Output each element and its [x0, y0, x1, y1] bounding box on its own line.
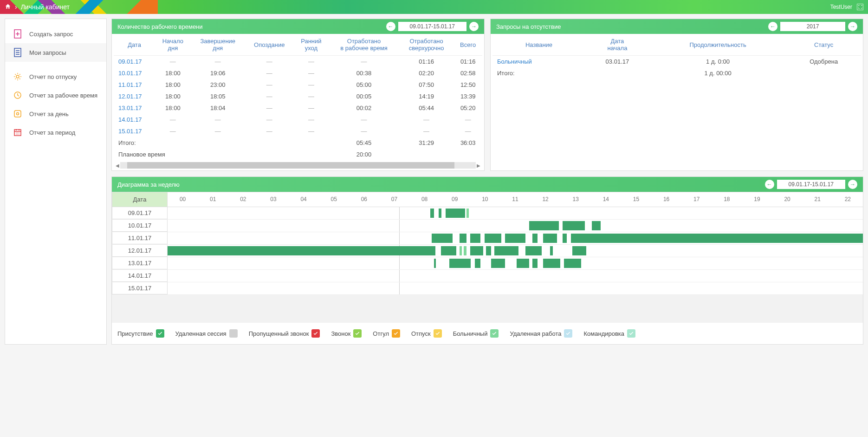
legend-item[interactable]: Отпуск: [411, 329, 442, 338]
table-row: 10.01.1718:0019:06——00:3802:2002:58: [114, 67, 482, 79]
gantt-bar[interactable]: [486, 246, 491, 255]
gantt-bar[interactable]: [494, 246, 518, 255]
gantt-bar[interactable]: [430, 209, 434, 218]
legend-swatch: [353, 329, 362, 338]
gantt-bar[interactable]: [517, 259, 529, 268]
legend-label: Удаленная работа: [510, 330, 561, 337]
date-link[interactable]: 09.01.17: [114, 56, 155, 68]
gantt-bar[interactable]: [592, 221, 601, 230]
gantt-bar[interactable]: [449, 259, 471, 268]
prev-week-button[interactable]: ←: [386, 22, 395, 31]
absence-link[interactable]: Больничный: [492, 56, 585, 68]
gantt-bar[interactable]: [529, 221, 559, 230]
legend-swatch: [311, 329, 320, 338]
hour-label: 05: [319, 192, 349, 207]
gantt-bar[interactable]: [432, 234, 453, 243]
gantt-bar[interactable]: [446, 209, 465, 218]
legend-item[interactable]: Командировка: [583, 329, 635, 338]
prev-year-button[interactable]: ←: [768, 22, 777, 31]
panel-title: Диаграмма за неделю: [117, 181, 180, 188]
gantt-bar[interactable]: [564, 259, 581, 268]
column-header: Отработанов рабочее время: [329, 34, 399, 56]
svg-point-2: [16, 75, 19, 78]
gantt-next-button[interactable]: →: [848, 180, 857, 189]
gantt-bar[interactable]: [532, 259, 537, 268]
gantt-bar[interactable]: [475, 259, 480, 268]
legend: ПрисутствиеУдаленная сессияПропущенный з…: [112, 323, 863, 344]
gantt-bar[interactable]: [470, 246, 483, 255]
legend-item[interactable]: Больничный: [453, 329, 499, 338]
table-row: 12.01.1718:0018:05——00:0514:1913:39: [114, 91, 482, 102]
legend-item[interactable]: Пропущенный звонок: [249, 329, 320, 338]
totals-label: Итого:: [492, 67, 585, 79]
next-year-button[interactable]: →: [848, 22, 857, 31]
legend-swatch: [229, 329, 238, 338]
gantt-range-field[interactable]: 09.01.17-15.01.17: [777, 180, 845, 189]
legend-item[interactable]: Удаленная работа: [510, 329, 572, 338]
gantt-bar[interactable]: [563, 221, 585, 230]
sidebar-item-my-requests[interactable]: Мои запросы: [5, 43, 106, 62]
year-field[interactable]: 2017: [780, 22, 845, 31]
hour-label: 14: [591, 192, 621, 207]
hour-label: 15: [621, 192, 651, 207]
hour-label: 09: [440, 192, 470, 207]
sidebar: Создать запрос Мои запросы Отчет по отпу…: [5, 19, 107, 345]
date-link[interactable]: 13.01.17: [114, 102, 155, 114]
gantt-row-date: 13.01.17: [112, 257, 168, 269]
date-link[interactable]: 12.01.17: [114, 91, 155, 102]
page-title: Личный кабинет: [21, 3, 70, 11]
svg-point-9: [19, 132, 19, 133]
gantt-bar[interactable]: [460, 234, 466, 243]
gantt-bar[interactable]: [491, 259, 505, 268]
gantt-bar[interactable]: [460, 246, 461, 255]
legend-swatch: [627, 329, 635, 338]
date-link[interactable]: 11.01.17: [114, 79, 155, 91]
gantt-bar[interactable]: [550, 246, 553, 255]
gantt-bar[interactable]: [485, 234, 501, 243]
gantt-bar[interactable]: [470, 234, 480, 243]
gantt-bar[interactable]: [168, 246, 435, 255]
fullscreen-icon[interactable]: ⛶: [857, 4, 863, 10]
home-icon[interactable]: [5, 3, 11, 11]
date-link[interactable]: 14.01.17: [114, 114, 155, 125]
gantt-bar[interactable]: [572, 246, 586, 255]
legend-item[interactable]: Отгул: [373, 329, 400, 338]
date-link[interactable]: 15.01.17: [114, 125, 155, 137]
gantt-bar[interactable]: [464, 246, 466, 255]
gantt-bar[interactable]: [505, 234, 526, 243]
legend-item[interactable]: Присутствие: [117, 329, 164, 338]
next-week-button[interactable]: →: [469, 22, 479, 31]
gantt-row-date: 10.01.17: [112, 220, 168, 232]
sidebar-item-vacation-report[interactable]: Отчет по отпуску: [5, 67, 106, 86]
user-name[interactable]: TestUser: [830, 4, 852, 10]
gantt-bar[interactable]: [571, 234, 863, 243]
gantt-bar[interactable]: [466, 209, 468, 218]
calendar-icon: [13, 128, 22, 137]
sidebar-item-create-request[interactable]: Создать запрос: [5, 25, 106, 43]
gantt-bar[interactable]: [441, 246, 456, 255]
sidebar-item-label: Мои запросы: [29, 49, 66, 56]
gantt-bar[interactable]: [439, 209, 441, 218]
date-link[interactable]: 10.01.17: [114, 67, 155, 79]
hour-label: 13: [561, 192, 591, 207]
legend-label: Командировка: [583, 330, 624, 337]
gantt-bar[interactable]: [434, 259, 436, 268]
sidebar-item-day-report[interactable]: Отчет за день: [5, 104, 106, 123]
gantt-bar[interactable]: [563, 234, 567, 243]
gantt-row: 13.01.17: [112, 257, 863, 270]
legend-label: Звонок: [331, 330, 350, 337]
legend-item[interactable]: Удаленная сессия: [175, 329, 238, 338]
gantt-prev-button[interactable]: ←: [765, 180, 774, 189]
sidebar-item-period-report[interactable]: Отчет за период: [5, 123, 106, 142]
gantt-bar[interactable]: [543, 234, 557, 243]
legend-item[interactable]: Звонок: [331, 329, 362, 338]
sidebar-item-worktime-report[interactable]: Отчет за рабочее время: [5, 86, 106, 104]
gantt-bar[interactable]: [525, 246, 541, 255]
gantt-row: 10.01.17: [112, 220, 863, 232]
gantt-bar[interactable]: [543, 259, 560, 268]
gantt-row: 12.01.17: [112, 245, 863, 257]
horizontal-scrollbar[interactable]: ◀▶: [112, 160, 484, 170]
gantt-bar[interactable]: [532, 234, 537, 243]
legend-label: Отпуск: [411, 330, 431, 337]
date-range-field[interactable]: 09.01.17-15.01.17: [398, 22, 466, 31]
